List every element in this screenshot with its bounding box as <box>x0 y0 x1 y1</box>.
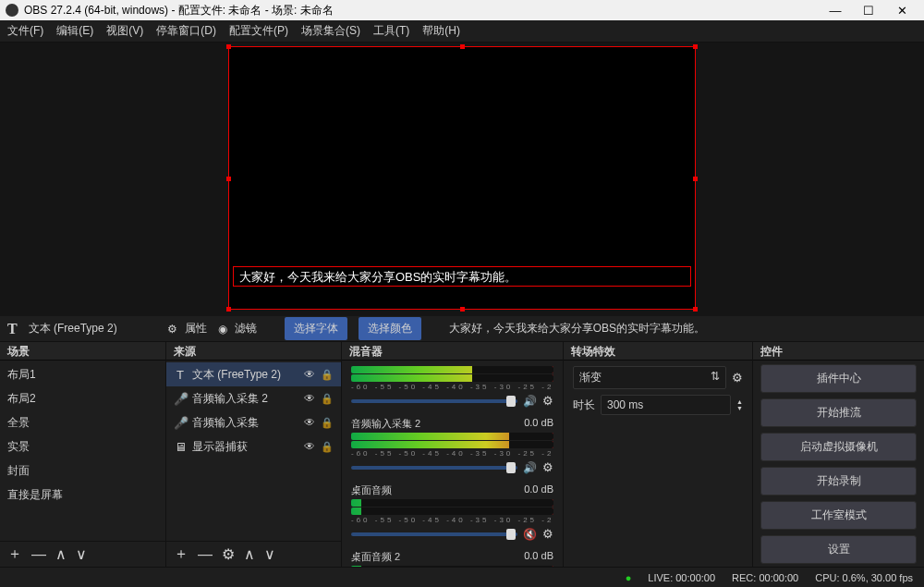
channel-settings-button[interactable] <box>542 394 553 408</box>
titlebar: OBS 27.2.4 (64-bit, windows) - 配置文件: 未命名… <box>0 0 924 20</box>
scene-item[interactable]: 全景 <box>0 410 165 434</box>
plugin-center-button[interactable]: 插件中心 <box>760 364 917 393</box>
mixer-header: 混音器 <box>342 342 563 361</box>
channel-settings-button[interactable] <box>542 460 553 474</box>
menu-dock[interactable]: 停靠窗口(D) <box>156 23 216 39</box>
mixer-body: -60 -55 -50 -45 -40 -35 -30 -25 -20 -15 … <box>342 361 563 567</box>
scenes-footer: ＋ — ∧ ∨ <box>0 541 165 567</box>
live-timer: LIVE: 00:00:00 <box>648 572 715 583</box>
selected-source-label: 文本 (FreeType 2) <box>29 321 117 336</box>
visibility-toggle[interactable] <box>304 440 315 453</box>
source-settings-button[interactable]: ⚙ <box>222 545 235 563</box>
menu-edit[interactable]: 编辑(E) <box>56 23 93 39</box>
visibility-toggle[interactable] <box>304 416 315 429</box>
mixer-dock: 混音器 -60 -55 -50 -45 -40 -35 -30 -25 -20 … <box>342 342 564 567</box>
menu-tools[interactable]: 工具(T) <box>373 23 409 39</box>
live-dot-icon: ● <box>626 572 632 583</box>
menu-scenecol[interactable]: 场景集合(S) <box>301 23 360 39</box>
scenes-list[interactable]: 布局1 布局2 全景 实景 封面 直接是屏幕 <box>0 361 165 541</box>
window-title: OBS 27.2.4 (64-bit, windows) - 配置文件: 未命名… <box>24 3 334 18</box>
visibility-toggle[interactable] <box>304 368 315 381</box>
duration-label: 时长 <box>573 397 595 413</box>
lock-toggle[interactable] <box>321 440 334 453</box>
scenes-dock: 场景 布局1 布局2 全景 实景 封面 直接是屏幕 ＋ — ∧ ∨ <box>0 342 166 567</box>
docks: 场景 布局1 布局2 全景 实景 封面 直接是屏幕 ＋ — ∧ ∨ 来源 T 文… <box>0 342 924 567</box>
add-source-button[interactable]: ＋ <box>174 544 188 564</box>
sources-list[interactable]: T 文本 (FreeType 2) 🎤 音频输入采集 2 🎤 音频输入采集 🖥 … <box>166 361 341 541</box>
mixer-channel: 音频输入采集 20.0 dB-60 -55 -50 -45 -40 -35 -3… <box>342 413 563 480</box>
filters-button[interactable]: 滤镜 <box>218 321 257 336</box>
transitions-body: 渐变⇅ 时长 300 ms ▲▼ <box>564 361 752 421</box>
controls-body: 插件中心 开始推流 启动虚拟摄像机 开始录制 工作室模式 设置 退出 <box>753 361 924 567</box>
channel-db: 0.0 dB <box>524 550 553 564</box>
scene-item[interactable]: 直接是屏幕 <box>0 483 165 507</box>
mic-icon: 🎤 <box>174 416 187 430</box>
scene-item[interactable]: 封面 <box>0 459 165 483</box>
mixer-channel: -60 -55 -50 -45 -40 -35 -30 -25 -20 -15 … <box>342 362 563 413</box>
mute-button[interactable] <box>523 395 537 408</box>
transition-select[interactable]: 渐变⇅ <box>573 366 726 389</box>
source-toolbar: T 文本 (FreeType 2) 属性 滤镜 选择字体 选择颜色 大家好，今天… <box>0 316 924 342</box>
menu-profile[interactable]: 配置文件(P) <box>229 23 288 39</box>
lock-toggle[interactable] <box>321 392 334 405</box>
controls-dock: 控件 插件中心 开始推流 启动虚拟摄像机 开始录制 工作室模式 设置 退出 <box>753 342 924 567</box>
mute-button[interactable] <box>523 461 537 474</box>
menu-view[interactable]: 视图(V) <box>106 23 143 39</box>
channel-db: 0.0 dB <box>524 417 553 431</box>
start-streaming-button[interactable]: 开始推流 <box>760 398 917 427</box>
scene-down-button[interactable]: ∨ <box>76 545 87 563</box>
select-color-button[interactable]: 选择颜色 <box>359 317 421 340</box>
source-item[interactable]: 🖥 显示器捕获 <box>166 434 341 459</box>
duration-stepper[interactable]: ▲▼ <box>736 398 743 411</box>
scene-item[interactable]: 实景 <box>0 434 165 459</box>
menu-help[interactable]: 帮助(H) <box>422 23 460 39</box>
source-item[interactable]: 🎤 音频输入采集 <box>166 410 341 434</box>
remove-scene-button[interactable]: — <box>31 546 46 563</box>
duration-input[interactable]: 300 ms <box>601 395 731 415</box>
menubar: 文件(F) 编辑(E) 视图(V) 停靠窗口(D) 配置文件(P) 场景集合(S… <box>0 20 924 43</box>
cpu-fps: CPU: 0.6%, 30.00 fps <box>815 572 913 583</box>
visibility-toggle[interactable] <box>304 392 315 405</box>
add-scene-button[interactable]: ＋ <box>7 544 22 564</box>
preview-area[interactable]: 大家好，今天我来给大家分享OBS的实时字幕功能。 <box>0 43 924 316</box>
channel-db: 0.0 dB <box>524 483 553 497</box>
close-button[interactable]: ✕ <box>885 4 918 18</box>
sources-footer: ＋ — ⚙ ∧ ∨ <box>166 541 341 567</box>
volume-slider[interactable] <box>351 399 517 403</box>
rec-timer: REC: 00:00:00 <box>732 572 798 583</box>
display-icon: 🖥 <box>174 440 187 454</box>
preview-canvas[interactable]: 大家好，今天我来给大家分享OBS的实时字幕功能。 <box>228 46 696 310</box>
settings-button[interactable]: 设置 <box>760 535 917 564</box>
channel-settings-button[interactable] <box>542 527 553 541</box>
remove-source-button[interactable]: — <box>198 546 213 563</box>
mixer-channel: 桌面音频0.0 dB-60 -55 -50 -45 -40 -35 -30 -2… <box>342 480 563 546</box>
menu-file[interactable]: 文件(F) <box>7 23 43 39</box>
scene-item[interactable]: 布局2 <box>0 386 165 410</box>
transition-settings-button[interactable] <box>732 371 743 385</box>
volume-slider[interactable] <box>351 466 517 470</box>
statusbar: ● LIVE: 00:00:00 REC: 00:00:00 CPU: 0.6%… <box>0 567 924 587</box>
mute-button[interactable] <box>523 528 537 541</box>
properties-button[interactable]: 属性 <box>167 321 207 336</box>
lock-toggle[interactable] <box>321 368 334 381</box>
scenes-header: 场景 <box>0 342 165 361</box>
scene-up-button[interactable]: ∧ <box>55 545 67 563</box>
lock-toggle[interactable] <box>321 416 334 429</box>
channel-name: 桌面音频 <box>351 483 392 497</box>
start-recording-button[interactable]: 开始录制 <box>760 467 917 495</box>
app-icon <box>6 4 18 17</box>
maximize-button[interactable]: ☐ <box>852 4 885 18</box>
select-font-button[interactable]: 选择字体 <box>285 317 347 340</box>
minimize-button[interactable]: — <box>819 4 852 18</box>
start-virtualcam-button[interactable]: 启动虚拟摄像机 <box>760 433 917 461</box>
transitions-dock: 转场特效 渐变⇅ 时长 300 ms ▲▼ <box>564 342 753 567</box>
source-sample-text: 大家好，今天我来给大家分享OBS的实时字幕功能。 <box>449 321 705 336</box>
source-item[interactable]: 🎤 音频输入采集 2 <box>166 386 341 410</box>
studio-mode-button[interactable]: 工作室模式 <box>760 501 917 530</box>
scene-item[interactable]: 布局1 <box>0 362 165 386</box>
source-up-button[interactable]: ∧ <box>244 545 255 563</box>
source-down-button[interactable]: ∨ <box>264 545 275 563</box>
volume-slider[interactable] <box>351 532 517 536</box>
subtitle-source[interactable]: 大家好，今天我来给大家分享OBS的实时字幕功能。 <box>233 266 691 287</box>
source-item[interactable]: T 文本 (FreeType 2) <box>166 362 341 386</box>
